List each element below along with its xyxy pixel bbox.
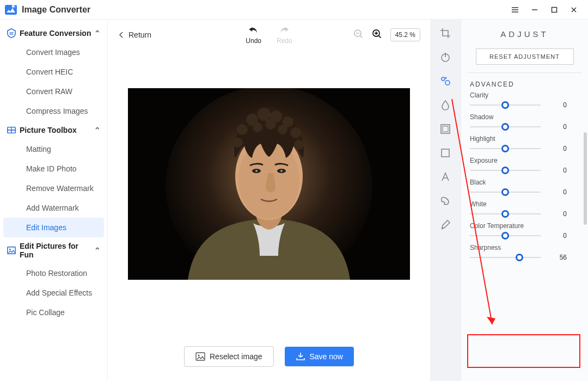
slider-label: White	[470, 200, 581, 208]
sidebar-section[interactable]: Feature Conversion⌃	[0, 24, 107, 42]
return-button[interactable]: Return	[118, 30, 151, 39]
slider-thumb[interactable]	[516, 254, 523, 261]
slider-value: 0	[547, 145, 567, 152]
svg-point-31	[445, 81, 450, 85]
sidebar-item[interactable]: Photo Restoration	[0, 263, 107, 283]
slider-track[interactable]	[470, 170, 541, 171]
zoom-percentage[interactable]: 45.2 %	[390, 28, 420, 41]
sidebar-item[interactable]: Convert HEIC	[0, 62, 107, 82]
slider-thumb[interactable]	[501, 210, 509, 218]
slider-label: Color Temperature	[470, 222, 581, 230]
slider-thumb[interactable]	[501, 188, 509, 196]
slider-value: 0	[547, 123, 567, 131]
slider-track[interactable]	[470, 105, 541, 106]
app-title: Image Converter	[22, 5, 90, 15]
maximize-button[interactable]	[544, 2, 564, 18]
redo-label: Redo	[277, 37, 292, 45]
undo-icon	[248, 26, 260, 35]
slider-value: 56	[547, 254, 567, 261]
slider-track[interactable]	[470, 213, 541, 214]
adjust-title: ADJUST	[461, 20, 588, 45]
slider-track[interactable]	[470, 192, 541, 193]
reselect-image-button[interactable]: Reselect image	[184, 346, 274, 367]
slider-value: 0	[547, 210, 567, 218]
brush-icon[interactable]	[439, 219, 451, 231]
sidebar-item[interactable]: Compress Images	[0, 101, 107, 121]
return-label: Return	[128, 30, 151, 39]
slider-track[interactable]	[470, 257, 541, 258]
reset-adjustment-button[interactable]: RESET ADJUSTMENT	[476, 48, 574, 65]
save-label: Save now	[310, 352, 343, 361]
svg-point-18	[258, 108, 271, 121]
slider-row-black: Black0	[468, 179, 581, 196]
chevron-up-icon: ⌃	[94, 29, 101, 38]
chevron-up-icon: ⌃	[94, 126, 101, 134]
sidebar-item[interactable]: Matting	[0, 139, 107, 159]
svg-point-32	[445, 77, 447, 79]
slider-track[interactable]	[470, 126, 541, 127]
sidebar-item[interactable]: Remove Watermark	[0, 179, 107, 198]
adjust-icon[interactable]	[439, 75, 451, 87]
sidebar-section[interactable]: Edit Pictures for Fun⌃	[0, 237, 107, 263]
svg-point-14	[255, 170, 258, 172]
sidebar-section[interactable]: Picture Toolbox⌃	[0, 121, 107, 139]
title-bar: Image Converter	[0, 0, 588, 20]
svg-point-15	[280, 170, 283, 172]
slider-thumb[interactable]	[501, 232, 509, 239]
sidebar-item[interactable]: Edit Images	[3, 218, 104, 237]
slider-thumb[interactable]	[501, 145, 509, 152]
slider-label: Shadow	[470, 113, 581, 121]
chevron-up-icon: ⌃	[94, 246, 101, 255]
reselect-label: Reselect image	[210, 352, 262, 361]
sticker-icon[interactable]	[439, 195, 451, 207]
slider-track[interactable]	[470, 148, 541, 149]
square-icon[interactable]	[439, 147, 451, 159]
adjust-panel: ADJUST RESET ADJUSTMENT ADVANCED Clarity…	[461, 20, 588, 381]
slider-row-exposure: Exposure0	[468, 157, 581, 174]
sidebar-item[interactable]: Convert RAW	[0, 82, 107, 101]
svg-point-16	[237, 124, 248, 135]
svg-point-23	[294, 140, 304, 150]
zoom-out-button[interactable]	[353, 29, 364, 41]
undo-label: Undo	[246, 37, 261, 45]
image-preview[interactable]	[128, 88, 410, 280]
text-icon[interactable]	[439, 171, 451, 183]
slider-value: 0	[547, 101, 567, 109]
slider-row-color-temperature: Color Temperature0	[468, 222, 581, 239]
sidebar-item[interactable]: Convert Images	[0, 42, 107, 62]
sidebar-item[interactable]: Add Special Effects	[0, 283, 107, 303]
power-icon[interactable]	[439, 51, 451, 63]
svg-point-5	[9, 249, 11, 250]
menu-icon[interactable]	[505, 2, 525, 18]
crop-icon[interactable]	[439, 27, 451, 39]
chevron-left-icon	[118, 31, 125, 39]
slider-thumb[interactable]	[501, 167, 509, 174]
canvas-actions: Reselect image Save now	[108, 332, 430, 381]
svg-rect-34	[443, 126, 448, 132]
slider-thumb[interactable]	[501, 123, 509, 131]
slider-thumb[interactable]	[501, 101, 509, 109]
sidebar-item[interactable]: Add Watermark	[0, 198, 107, 218]
slider-value: 0	[547, 188, 567, 196]
tool-strip	[430, 20, 461, 381]
canvas-area: Return Undo Redo 45.2 %	[108, 20, 430, 381]
close-button[interactable]	[564, 2, 584, 18]
scrollbar[interactable]	[584, 132, 587, 225]
save-now-button[interactable]: Save now	[285, 347, 354, 366]
sidebar-item[interactable]: Pic Collage	[0, 303, 107, 322]
slider-row-clarity: Clarity0	[468, 91, 581, 109]
canvas-toolbar: Return Undo Redo 45.2 %	[108, 20, 430, 50]
border-icon[interactable]	[439, 123, 451, 135]
svg-point-25	[265, 119, 276, 130]
slider-track[interactable]	[470, 235, 541, 236]
sidebar-item[interactable]: Make ID Photo	[0, 159, 107, 179]
minimize-button[interactable]	[525, 2, 544, 18]
svg-point-28	[198, 355, 200, 357]
svg-point-26	[278, 125, 287, 134]
slider-label: Exposure	[470, 157, 581, 164]
slider-label: Black	[470, 179, 581, 186]
drop-icon[interactable]	[439, 99, 451, 111]
zoom-in-button[interactable]	[372, 29, 383, 41]
redo-button: Redo	[277, 26, 292, 45]
undo-button[interactable]: Undo	[246, 26, 261, 45]
